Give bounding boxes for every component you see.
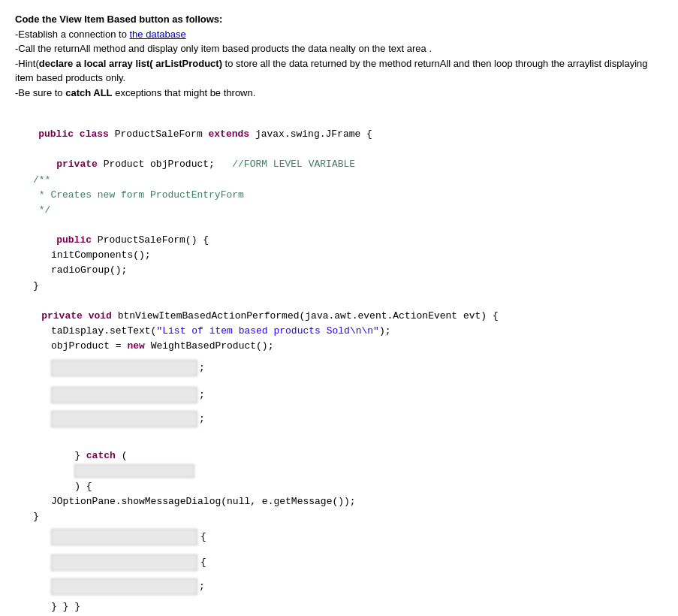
semicolon-6: ; <box>199 579 205 594</box>
instructions-title: Code the View Item Based button as follo… <box>15 14 222 25</box>
semicolon-1: ; <box>199 361 205 376</box>
instruction-line4: -Hint(declare a local array list( arList… <box>15 58 648 84</box>
blur-box-3 <box>51 411 197 427</box>
brace-5: { <box>200 555 206 570</box>
comment3: */ <box>15 203 663 218</box>
constructor-close: } <box>15 279 663 294</box>
blurred-code-region2: { { ; <box>15 529 663 595</box>
body2-line: objProduct = new WeightBasedProduct(); <box>15 339 663 354</box>
instruction-line2: -Establish a connection to the database <box>15 29 186 40</box>
semicolon-2: ; <box>199 388 205 403</box>
kw-public2: public <box>56 234 92 246</box>
blur-line-6: ; <box>15 578 663 595</box>
init1-line: initComponents(); <box>15 248 663 263</box>
field-comment: //FORM LEVEL VARIABLE <box>232 159 355 170</box>
blur-box-2 <box>51 387 197 403</box>
blur-box-6 <box>51 578 197 595</box>
comment1: /** <box>15 173 663 188</box>
comment-end: */ <box>33 204 50 216</box>
blur-line-2: ; <box>15 387 663 403</box>
kw-private1: private <box>56 159 98 170</box>
blur-line-1: ; <box>15 360 663 376</box>
instructions-text: Code the View Item Based button as follo… <box>15 12 663 100</box>
blur-line-5: { <box>15 554 663 571</box>
field-line: private Product objProduct; //FORM LEVEL… <box>15 142 663 172</box>
comment-desc: * Creates new form ProductEntryForm <box>33 189 244 201</box>
blur-box-4 <box>51 529 197 545</box>
kw-extends: extends <box>208 128 249 140</box>
kw-new: new <box>127 340 144 352</box>
kw-class: class <box>80 128 109 140</box>
kw-public: public <box>38 128 74 140</box>
catch-line: } catch ( ) { <box>15 433 663 494</box>
code-section: public class ProductSaleForm extends jav… <box>15 112 663 614</box>
kw-void: void <box>89 310 112 322</box>
blur-box-1 <box>51 360 197 376</box>
kw-catch: catch <box>86 450 116 461</box>
instructions-section: Code the View Item Based button as follo… <box>15 12 663 100</box>
hint-bold: declare a local array list( arListProduc… <box>39 58 222 69</box>
constructor-line: public ProductSaleForm() { <box>15 218 663 248</box>
blurred-code-region: ; ; ; <box>15 360 663 427</box>
blur-box-5 <box>51 554 197 571</box>
body1-line: taDisplay.setText("List of item based pr… <box>15 324 663 339</box>
instruction-line5: -Be sure to catch ALL exceptions that mi… <box>15 87 255 98</box>
catch-close-line: } <box>15 509 663 524</box>
string1: "List of item based products Sold\n\n" <box>156 325 378 337</box>
closing-braces: } } } <box>15 599 663 614</box>
blur-line-4: { <box>15 529 663 545</box>
kw-private2: private <box>41 310 83 322</box>
catch-body-line: JOptionPane.showMessageDialog(null, e.ge… <box>15 494 663 509</box>
blur-line-3: ; <box>15 411 663 427</box>
method-sig-line: private void btnViewItemBasedActionPerfo… <box>15 294 663 324</box>
init2-line: radioGroup(); <box>15 263 663 278</box>
instruction-line3: -Call the returnAll method and display o… <box>15 43 432 54</box>
class-decl-line: public class ProductSaleForm extends jav… <box>15 112 663 142</box>
semicolon-3: ; <box>199 412 205 427</box>
catch-param-blur <box>74 464 194 478</box>
comment-start: /** <box>33 174 50 186</box>
brace-4: { <box>200 530 206 545</box>
catch-emphasis: catch ALL <box>65 87 112 98</box>
db-link: the database <box>129 29 185 40</box>
comment2: * Creates new form ProductEntryForm <box>15 188 663 203</box>
